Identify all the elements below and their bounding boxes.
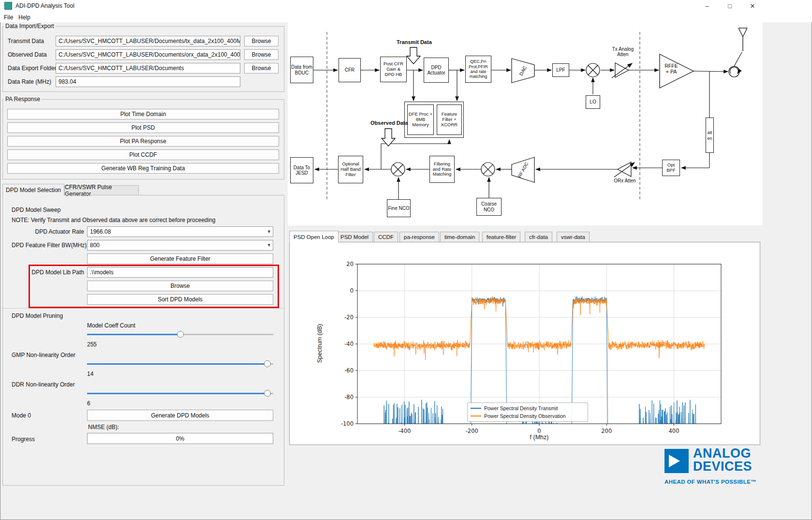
model-coeff-count-value: 255	[87, 341, 97, 348]
menu-help[interactable]: Help	[18, 14, 30, 21]
block-data-from-bduc: Data from BDUC	[290, 57, 313, 83]
data-export-folder-label: Data Export Folder	[8, 65, 57, 72]
dpd-feature-filter-bw-value: 800	[90, 242, 100, 249]
plot-legend: Power Spectral Density TransmitPower Spe…	[467, 402, 588, 422]
plot-tab-vswr-data[interactable]: vswr-data	[557, 232, 590, 242]
transmit-data-input[interactable]: C:/Users/SVC_HMCOTT_LABUSER/Documents/tx…	[56, 36, 240, 46]
block-filtering: Filtering and Rate Matching	[429, 156, 455, 183]
maximize-button[interactable]: □	[722, 0, 738, 12]
plot-ccdf-button[interactable]: Plot CCDF	[7, 149, 279, 160]
menu-file[interactable]: File	[4, 14, 13, 21]
data-import-export-label: Data Import/Export	[4, 23, 56, 30]
generate-dpd-models-button[interactable]: Generate DPD Models	[87, 410, 273, 421]
close-button[interactable]: ✕	[744, 0, 761, 12]
tab-cfr-vswr-pulse-generator[interactable]: CFR/VSWR Pulse Generator	[64, 185, 139, 195]
slider-handle[interactable]	[177, 331, 184, 338]
slider-fill	[87, 363, 267, 365]
dpd-model-lib-path-input[interactable]: .\\models	[87, 267, 273, 278]
svg-text:-60: -60	[344, 367, 354, 374]
data-export-folder-input[interactable]: C:/Users/SVC_HMCOTT_LABUSER/Documents	[56, 63, 240, 74]
legend-entry: Power Spectral Density Transmit	[471, 404, 585, 412]
block-opt-bpf: Opt BPF	[662, 160, 680, 176]
menu-bar	[0, 12, 812, 22]
adi-triangle-icon	[669, 455, 680, 467]
plot-x-axis-label: f (Mhz)	[510, 434, 568, 441]
plot-tab-psd-model[interactable]: PSD Model	[336, 232, 373, 242]
observed-data-label: Observed Data	[8, 51, 47, 58]
plot-tab-cfr-data[interactable]: cfr-data	[525, 232, 552, 242]
tab-dpd-model-selection[interactable]: DPD Model Selection	[2, 184, 64, 195]
label-transmit-data: Transmit Data	[397, 39, 430, 45]
block-qec: QEC,PA Prot,PFIR and rate matching	[465, 56, 491, 83]
model-coeff-count-label: Model Coeff Count	[87, 322, 135, 329]
data-rate-input[interactable]: 983.04	[56, 76, 240, 87]
dpd-feature-filter-bw-combobox[interactable]: 800 ▾	[87, 240, 273, 251]
svg-text:0: 0	[537, 428, 541, 434]
legend-line-swatch	[471, 408, 481, 409]
slider-fill	[87, 334, 180, 335]
plot-tab-psd-open-loop[interactable]: PSD Open Loop	[289, 231, 339, 242]
logo-tagline: AHEAD OF WHAT'S POSSIBLE™	[664, 479, 756, 485]
app-icon	[4, 2, 12, 10]
pa-response-label: PA Response	[4, 96, 42, 103]
data-export-folder-browse-button[interactable]: Browse	[244, 63, 279, 74]
transmit-data-browse-button[interactable]: Browse	[244, 36, 279, 46]
svg-text:-400: -400	[398, 428, 411, 434]
plot-time-domain-button[interactable]: Plot Time Domain	[7, 109, 279, 119]
chevron-down-icon: ▾	[267, 242, 270, 248]
logo-analog: ANALOG	[693, 447, 751, 460]
dpd-model-sweep-heading: DPD Model Sweep	[12, 207, 60, 213]
plot-pa-response-button[interactable]: Plot PA Response	[7, 136, 279, 147]
plot-tab-ccdf[interactable]: CCDF	[374, 232, 398, 242]
dpd-model-pruning-heading: DPD Model Pruning	[12, 312, 63, 319]
generate-wb-reg-training-data-button[interactable]: Generate WB Reg Training Data	[7, 163, 279, 174]
block-coarse-nco: Coarse NCO	[476, 198, 502, 216]
nmse-label: NMSE (dB):	[88, 424, 119, 431]
svg-text:200: 200	[601, 428, 612, 434]
analog-devices-logo-icon	[664, 449, 689, 473]
ddr-order-slider[interactable]	[87, 390, 273, 397]
svg-text:0: 0	[350, 287, 354, 294]
ddr-order-label: DDR Non-linearity Order	[12, 381, 75, 388]
plot-tab-pa-response[interactable]: pa-response	[399, 232, 439, 242]
plot-psd-button[interactable]: Plot PSD	[7, 122, 279, 133]
gmp-order-value: 14	[87, 371, 93, 377]
slider-fill	[87, 393, 267, 394]
legend-line-swatch	[471, 416, 481, 416]
block-fine-nco: Fine NCO	[387, 199, 411, 217]
sort-dpd-models-button[interactable]: Sort DPD Models	[87, 294, 273, 305]
progress-label: Progress	[12, 436, 35, 443]
svg-text:-200: -200	[466, 428, 478, 434]
plot-tab-feature-filter[interactable]: feature-filter	[482, 232, 520, 242]
slider-handle[interactable]	[264, 360, 271, 367]
transmit-data-label: Transmit Data	[8, 38, 44, 45]
observed-data-browse-button[interactable]: Browse	[244, 49, 279, 60]
gmp-order-slider[interactable]	[87, 360, 273, 368]
observed-data-input[interactable]: C:/Users/SVC_HMCOTT_LABUSER/Documents/or…	[56, 49, 240, 60]
logo-devices: DEVICES	[693, 460, 752, 473]
svg-text:-80: -80	[344, 394, 354, 401]
dpd-actuator-rate-combobox[interactable]: 1966.08 ▾	[87, 226, 273, 237]
model-coeff-count-slider[interactable]	[87, 331, 273, 338]
plot-y-axis-label: Spectrum (dB)	[316, 314, 323, 372]
slider-handle[interactable]	[264, 390, 271, 397]
generate-feature-filter-button[interactable]: Generate Feature Filter	[87, 253, 273, 264]
signal-chain-diagram: Data from BDUC CFR Post CFR Gain & DPD H…	[289, 23, 762, 224]
dpd-feature-filter-bw-label: DPD Feature Filter BW(MHz)	[12, 242, 84, 249]
dpd-model-lib-browse-button[interactable]: Browse	[87, 281, 273, 291]
block-lo: LO	[586, 95, 600, 109]
transmit-data-arrow-icon	[407, 47, 420, 64]
data-rate-label: Data Rate (MHz)	[8, 78, 51, 85]
progress-value: 0%	[176, 435, 184, 442]
label-orx-atten: ORx Atten	[609, 178, 640, 183]
block-data-to-jesd: Data To JESD	[290, 157, 313, 183]
minimize-button[interactable]: –	[699, 0, 715, 12]
sweep-note: NOTE: Verify Transmit and Observed data …	[12, 217, 216, 223]
antenna-icon	[738, 28, 747, 51]
plot-tab-time-domain[interactable]: time-domain	[440, 232, 479, 242]
ddr-order-value: 6	[87, 400, 90, 407]
svg-text:400: 400	[669, 428, 679, 434]
dpd-model-lib-path-label: DPD Model Lib Path	[12, 269, 84, 276]
svg-text:-40: -40	[344, 341, 354, 347]
block-feature-filter: Feature Filter + XCORR	[437, 104, 462, 135]
